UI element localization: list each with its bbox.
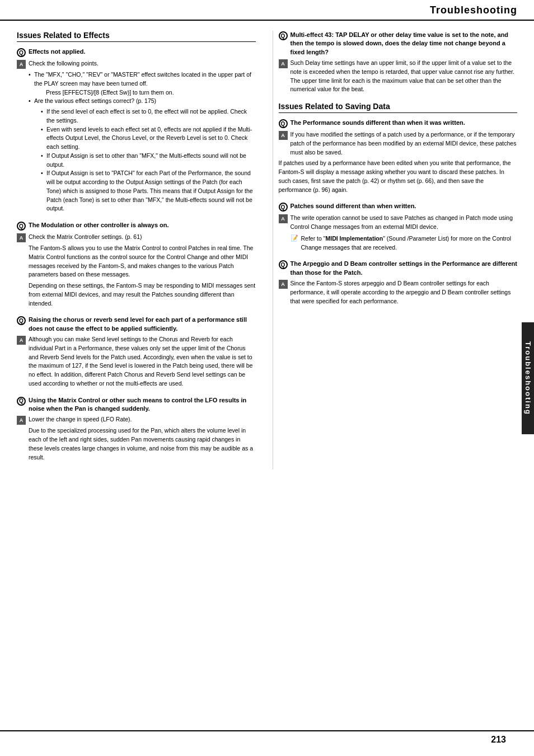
answer-text: The write operation cannot be used to sa… — [291, 214, 518, 232]
list-item: If Output Assign is set to other than "M… — [41, 152, 256, 170]
question-line: Q The Arpeggio and D Beam controller set… — [279, 260, 518, 277]
answer-line: A Since the Fantom-S stores arpeggio and… — [279, 279, 518, 306]
question-line: Q Using the Matrix Control or other such… — [17, 396, 256, 414]
question-text: Multi-effect 43: TAP DELAY or other dela… — [291, 31, 518, 57]
header-bar: Troubleshooting — [0, 0, 534, 21]
left-column: Issues Related to Effects Q Effects not … — [17, 31, 261, 469]
note-icon: 📝 — [291, 234, 298, 242]
answer-line: A Although you can make Send level setti… — [17, 335, 256, 388]
qa-matrix-lfo-noise: Q Using the Matrix Control or other such… — [17, 396, 256, 462]
section-heading-effects: Issues Related to Effects — [17, 31, 256, 42]
side-tab: Troubleshooting — [522, 322, 534, 434]
question-text: Using the Matrix Control or other such m… — [29, 396, 256, 414]
answer-text: Check the following points. — [29, 59, 256, 68]
answer-line: A Such Delay time settings have an upper… — [279, 59, 518, 94]
list-item: If Output Assign is set to "PATCH" for e… — [41, 169, 256, 213]
list-item: Are the various effect settings correct?… — [29, 97, 256, 213]
qa-arpeggio-dbeam: Q The Arpeggio and D Beam controller set… — [279, 260, 518, 306]
bullet-list: The "MFX," "CHO," "REV" or "MASTER" effe… — [29, 71, 256, 213]
q-icon: Q — [279, 31, 288, 40]
answer-line: A If you have modified the settings of a… — [279, 130, 518, 157]
a-icon: A — [279, 214, 288, 223]
a-icon: A — [17, 60, 26, 69]
answer-continuation: If patches used by a performance have be… — [279, 159, 518, 194]
question-line: Q Multi-effect 43: TAP DELAY or other de… — [279, 31, 518, 57]
answer-text: Such Delay time settings have an upper l… — [291, 59, 518, 94]
question-line: Q The Modulation or other controller is … — [17, 221, 256, 231]
section-heading-saving: Issues Related to Saving Data — [279, 102, 518, 113]
press-text: Press [EFFECTS]/[8 (Effect Sw)] to turn … — [46, 88, 256, 97]
q-icon: Q — [17, 48, 26, 57]
a-icon: A — [17, 336, 26, 345]
answer-text: Lower the change in speed (LFO Rate). — [29, 415, 256, 424]
answer-line: A Check the following points. — [17, 59, 256, 69]
qa-patches-sound-different: Q Patches sound different than when writ… — [279, 202, 518, 252]
list-item: The "MFX," "CHO," "REV" or "MASTER" effe… — [29, 71, 256, 97]
qa-chorus-reverb-send: Q Raising the chorus or reverb send leve… — [17, 316, 256, 388]
answer-continuation: The Fantom-S allows you to use the Matri… — [29, 244, 256, 279]
a-icon: A — [17, 416, 26, 425]
list-item: Even with send levels to each effect set… — [41, 125, 256, 152]
answer-text: Although you can make Send level setting… — [29, 335, 256, 388]
a-icon: A — [279, 59, 288, 68]
question-text: Raising the chorus or reverb send level … — [29, 316, 256, 333]
q-icon: Q — [279, 260, 288, 269]
qa-effects-not-applied: Q Effects not applied. A Check the follo… — [17, 48, 256, 213]
answer-text: If you have modified the settings of a p… — [291, 130, 518, 157]
answer-line: A Check the Matrix Controller settings. … — [17, 233, 256, 242]
page: Troubleshooting Troubleshooting Issues R… — [0, 0, 534, 756]
q-icon: Q — [17, 316, 26, 325]
page-title: Troubleshooting — [430, 4, 517, 16]
right-column: Q Multi-effect 43: TAP DELAY or other de… — [273, 31, 518, 469]
q-icon: Q — [279, 119, 288, 128]
question-line: Q The Performance sounds different than … — [279, 119, 518, 128]
answer-line: A Lower the change in speed (LFO Rate). — [17, 415, 256, 425]
a-icon: A — [17, 233, 26, 242]
qa-performance-sounds-different: Q The Performance sounds different than … — [279, 119, 518, 194]
answer-continuation: Due to the specialized processing used f… — [29, 426, 256, 462]
question-line: Q Effects not applied. — [17, 48, 256, 57]
answer-text: Since the Fantom-S stores arpeggio and D… — [291, 279, 518, 306]
note-text: Refer to "MIDI Implementation" (Sound /P… — [301, 234, 518, 252]
question-text: The Arpeggio and D Beam controller setti… — [291, 260, 518, 277]
question-line: Q Patches sound different than when writ… — [279, 202, 518, 212]
qa-tap-delay: Q Multi-effect 43: TAP DELAY or other de… — [279, 31, 518, 94]
answer-text: Check the Matrix Controller settings. (p… — [29, 233, 256, 242]
page-number: 213 — [491, 735, 506, 745]
q-icon: Q — [17, 222, 26, 231]
question-text: The Modulation or other controller is al… — [29, 221, 169, 229]
answer-continuation-2: Depending on these settings, the Fantom-… — [29, 281, 256, 308]
qa-modulation-always-on: Q The Modulation or other controller is … — [17, 221, 256, 308]
a-icon: A — [279, 131, 288, 140]
note-box: 📝 Refer to "MIDI Implementation" (Sound … — [291, 234, 518, 252]
q-icon: Q — [17, 397, 26, 406]
footer: 213 — [0, 730, 534, 745]
answer-line: A The write operation cannot be used to … — [279, 214, 518, 232]
question-line: Q Raising the chorus or reverb send leve… — [17, 316, 256, 333]
question-text: Effects not applied. — [29, 48, 85, 56]
content-area: Issues Related to Effects Q Effects not … — [0, 21, 534, 480]
a-icon: A — [279, 280, 288, 289]
question-text: The Performance sounds different than wh… — [291, 119, 465, 127]
sub-bullet-list: If the send level of each effect is set … — [41, 107, 256, 213]
list-item: If the send level of each effect is set … — [41, 107, 256, 125]
q-icon: Q — [279, 203, 288, 212]
question-text: Patches sound different than when writte… — [291, 202, 416, 210]
